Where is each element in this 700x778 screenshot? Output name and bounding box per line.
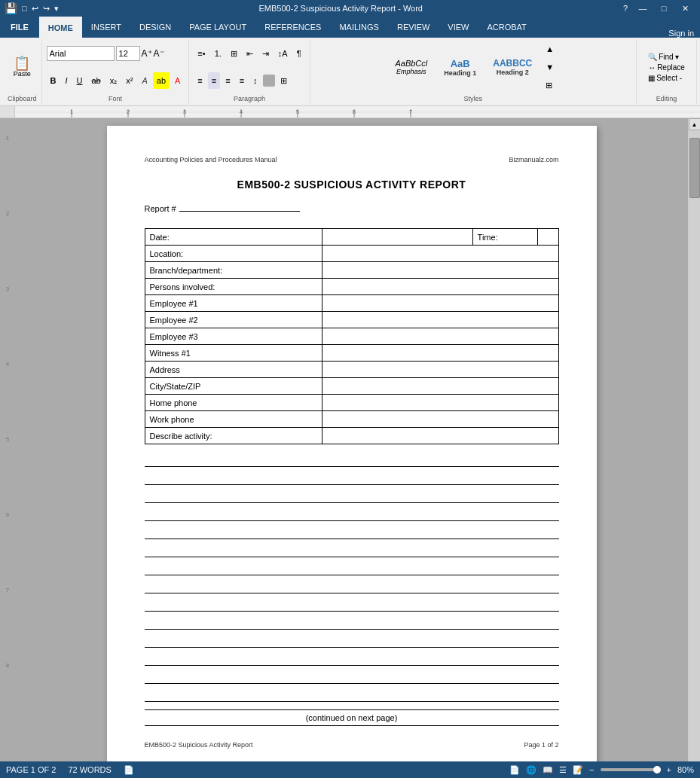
font-name-input[interactable]: [47, 46, 115, 61]
highlight-button[interactable]: ab: [153, 72, 170, 89]
style-heading2[interactable]: AABBCC Heading 2: [486, 56, 539, 78]
quick-access-save[interactable]: □: [22, 4, 27, 13]
show-formatting-button[interactable]: ¶: [293, 45, 305, 62]
persons-value[interactable]: [322, 279, 558, 295]
help-icon[interactable]: ?: [623, 4, 628, 13]
branch-value[interactable]: [322, 262, 558, 279]
tab-home[interactable]: HOME: [39, 17, 82, 38]
styles-scroll-up[interactable]: ▲: [542, 41, 558, 57]
proofing-icon[interactable]: 📄: [124, 765, 134, 775]
text-effects-button[interactable]: A: [138, 72, 151, 89]
location-value[interactable]: [322, 246, 558, 262]
shading-button[interactable]: [263, 75, 275, 87]
activity-line-6[interactable]: [145, 541, 559, 557]
tab-mailings[interactable]: MAILINGS: [330, 17, 388, 38]
multilevel-list-button[interactable]: ⊞: [227, 45, 241, 62]
styles-more[interactable]: ⊞: [542, 77, 558, 93]
witness1-value[interactable]: [322, 345, 558, 362]
tab-references[interactable]: REFERENCES: [255, 17, 330, 38]
borders-button[interactable]: ⊞: [277, 72, 291, 89]
view-draft-icon[interactable]: 📝: [573, 765, 583, 775]
justify-button[interactable]: ≡: [236, 72, 248, 89]
tab-acrobat[interactable]: ACROBAT: [478, 17, 535, 38]
font-color-button[interactable]: A: [171, 72, 184, 89]
city-value[interactable]: [322, 378, 558, 395]
activity-line-4[interactable]: [145, 505, 559, 521]
tab-file[interactable]: FILE: [0, 17, 39, 38]
zoom-out-button[interactable]: −: [589, 765, 594, 774]
select-button[interactable]: ▦ Select -: [645, 73, 688, 83]
superscript-button[interactable]: x²: [122, 72, 136, 89]
maximize-button[interactable]: □: [653, 0, 674, 17]
emp1-value[interactable]: [322, 295, 558, 312]
workphone-value[interactable]: [322, 411, 558, 428]
activity-line-12[interactable]: [145, 649, 559, 666]
tab-design[interactable]: DESIGN: [130, 17, 180, 38]
zoom-in-button[interactable]: +: [667, 765, 671, 774]
svg-text:2: 2: [127, 108, 130, 115]
bullets-button[interactable]: ≡•: [194, 45, 209, 62]
ruler-3: 3: [0, 284, 15, 359]
close-button[interactable]: ✕: [674, 0, 695, 17]
style-emphasis[interactable]: AaBbCcl Emphasis: [388, 56, 434, 78]
activity-line-9[interactable]: [145, 595, 559, 612]
scroll-up-button[interactable]: ▲: [689, 118, 701, 130]
document-page[interactable]: Accounting Policies and Procedures Manua…: [107, 126, 597, 778]
emp2-label: Employee #2: [145, 312, 322, 328]
scroll-track[interactable]: [689, 130, 701, 778]
paste-button[interactable]: 📋 Paste: [11, 55, 34, 79]
decrease-indent-button[interactable]: ⇤: [243, 45, 257, 62]
subscript-button[interactable]: x₂: [106, 72, 121, 89]
font-size-input[interactable]: [116, 46, 140, 61]
font-grow-btn[interactable]: A⁺: [142, 48, 152, 59]
minimize-button[interactable]: —: [632, 0, 653, 17]
activity-line-2[interactable]: [145, 468, 559, 485]
activity-line-1[interactable]: [145, 450, 559, 467]
bold-button[interactable]: B: [47, 72, 60, 89]
quick-access-redo[interactable]: ↪: [43, 4, 50, 14]
view-outline-icon[interactable]: ☰: [559, 765, 567, 775]
zoom-slider[interactable]: [601, 768, 661, 771]
emp2-value[interactable]: [322, 312, 558, 328]
font-shrink-btn[interactable]: A⁻: [154, 48, 164, 59]
align-left-button[interactable]: ≡: [194, 72, 206, 89]
activity-line-13[interactable]: [145, 667, 559, 684]
activity-value[interactable]: [322, 428, 558, 444]
activity-line-5[interactable]: [145, 523, 559, 539]
tab-insert[interactable]: INSERT: [82, 17, 130, 38]
view-web-icon[interactable]: 🌐: [526, 765, 536, 775]
tab-review[interactable]: REVIEW: [388, 17, 439, 38]
activity-line-3[interactable]: [145, 487, 559, 503]
underline-button[interactable]: U: [73, 72, 87, 89]
replace-button[interactable]: ↔ Replace: [645, 63, 688, 72]
view-print-icon[interactable]: 📄: [509, 765, 520, 775]
find-button[interactable]: 🔍 Find ▾: [645, 52, 688, 62]
strikethrough-button[interactable]: ab: [88, 72, 105, 89]
align-center-button[interactable]: ≡: [208, 72, 220, 89]
sort-button[interactable]: ↕A: [274, 45, 292, 62]
styles-scroll-down[interactable]: ▼: [542, 59, 558, 75]
style-heading1[interactable]: AaB Heading 1: [437, 56, 483, 79]
homephone-value[interactable]: [322, 395, 558, 411]
activity-line-7[interactable]: [145, 559, 559, 575]
numbering-button[interactable]: 1.: [211, 45, 225, 62]
scroll-thumb[interactable]: [689, 138, 700, 198]
view-reading-icon[interactable]: 📖: [543, 765, 553, 775]
align-right-button[interactable]: ≡: [222, 72, 234, 89]
activity-line-10[interactable]: [145, 613, 559, 630]
address-value[interactable]: [322, 362, 558, 378]
time-value[interactable]: [537, 229, 558, 246]
activity-line-14[interactable]: [145, 685, 559, 702]
sign-in[interactable]: Sign in: [662, 29, 700, 38]
activity-line-8[interactable]: [145, 577, 559, 593]
emp3-value[interactable]: [322, 328, 558, 345]
tab-view[interactable]: VIEW: [439, 17, 478, 38]
italic-button[interactable]: I: [61, 72, 71, 89]
date-value[interactable]: [322, 229, 472, 246]
line-spacing-button[interactable]: ↕: [249, 72, 261, 89]
page-area[interactable]: Accounting Policies and Procedures Manua…: [15, 118, 688, 778]
activity-line-11[interactable]: [145, 631, 559, 648]
tab-pagelayout[interactable]: PAGE LAYOUT: [180, 17, 255, 38]
increase-indent-button[interactable]: ⇥: [258, 45, 273, 62]
quick-access-undo[interactable]: ↩: [32, 4, 38, 14]
